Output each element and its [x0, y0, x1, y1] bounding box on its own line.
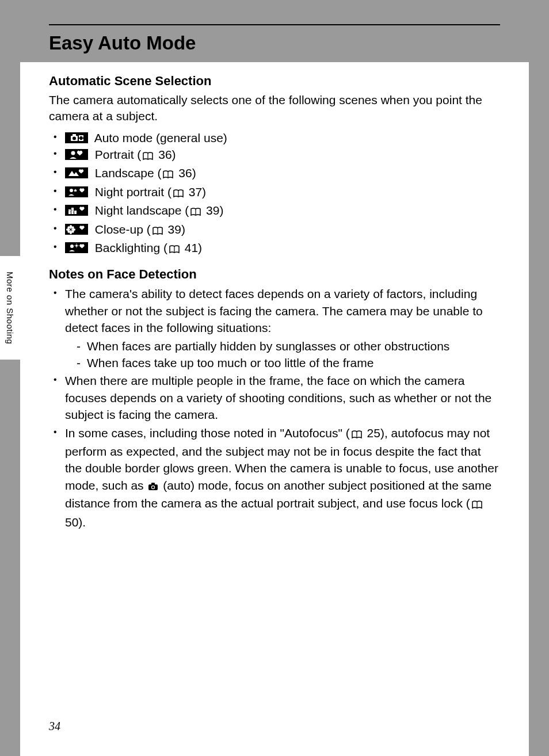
list-item: When there are multiple people in the fr…: [52, 372, 500, 423]
svg-rect-12: [71, 208, 74, 214]
svg-point-31: [70, 245, 74, 248]
page-ref: 41: [185, 241, 198, 254]
page-ref: 50: [65, 516, 78, 529]
svg-point-32: [75, 245, 78, 247]
scene-label-post: ): [181, 223, 185, 236]
scene-label-post: ): [172, 148, 176, 161]
scene-label: Auto mode (general use): [92, 131, 227, 144]
list-item: Portrait ( 36): [52, 146, 500, 165]
svg-rect-40: [151, 483, 155, 485]
page-ref: 39: [168, 223, 181, 236]
list-item: Close-up ( 39): [52, 221, 500, 239]
list-item: Night landscape ( 39): [52, 202, 500, 220]
section-tab-label: More on Shooting: [5, 272, 15, 344]
page-ref: 25: [367, 426, 380, 440]
svg-point-9: [70, 189, 73, 192]
list-item: In some cases, including those noted in …: [52, 425, 500, 530]
note-text: When faces take up too much or too littl…: [87, 356, 373, 369]
scene-label-post: ): [202, 185, 206, 198]
sub-list: When faces are partially hidden by sungl…: [65, 338, 500, 372]
svg-point-18: [73, 212, 73, 213]
scene-label: Backlighting (: [92, 241, 167, 254]
svg-point-42: [152, 486, 154, 488]
section-tab: More on Shooting: [0, 256, 20, 360]
page-body: Automatic Scene Selection The camera aut…: [20, 62, 529, 756]
list-item: Auto mode (general use): [52, 129, 500, 146]
page-ref-icon: [152, 223, 163, 239]
scene-label: Night portrait (: [92, 185, 171, 198]
night-portrait-icon: [65, 186, 88, 197]
note-text: The camera's ability to detect faces dep…: [65, 287, 483, 334]
svg-rect-1: [73, 134, 76, 136]
page-number: 34: [49, 720, 60, 733]
svg-point-17: [72, 211, 73, 211]
scene-label: Night landscape (: [92, 204, 189, 217]
list-item: When faces take up too much or too littl…: [77, 354, 500, 371]
page-ref-icon: [169, 241, 180, 258]
scene-label: Landscape (: [92, 166, 161, 180]
note-text: In some cases, including those noted in …: [65, 426, 350, 440]
page-ref-icon: [173, 185, 184, 202]
svg-rect-13: [74, 211, 77, 214]
scene-list: Auto mode (general use) Portrait ( 36) L…: [49, 129, 500, 258]
page-ref: 36: [178, 166, 192, 180]
svg-point-16: [72, 209, 73, 209]
svg-point-15: [70, 212, 70, 212]
chapter-header: Easy Auto Mode: [49, 24, 500, 60]
page-ref: 37: [189, 185, 202, 198]
svg-point-26: [71, 226, 74, 228]
page-ref: 39: [206, 204, 219, 217]
svg-point-28: [71, 230, 74, 232]
section-heading-notes: Notes on Face Detection: [49, 267, 500, 282]
list-item: Landscape ( 36): [52, 165, 500, 183]
night-landscape-icon: [65, 205, 88, 216]
page-ref-icon: [351, 426, 363, 443]
svg-point-25: [67, 226, 70, 228]
close-up-icon: [65, 224, 88, 235]
scene-label: Close-up (: [92, 223, 151, 236]
page-ref-icon: [142, 148, 154, 165]
list-item: The camera's ability to detect faces dep…: [52, 285, 500, 371]
camera-icon: [147, 478, 159, 495]
svg-point-29: [70, 228, 72, 230]
section-heading-scene: Automatic Scene Selection: [49, 74, 500, 89]
section-intro: The camera automatically selects one of …: [49, 92, 500, 125]
notes-list: The camera's ability to detect faces dep…: [49, 285, 500, 530]
scene-label-post: ): [219, 204, 223, 217]
svg-point-2: [73, 136, 76, 140]
list-item: When faces are partially hidden by sungl…: [77, 338, 500, 354]
scene-label-post: ): [198, 241, 202, 254]
note-text: When there are multiple people in the fr…: [65, 374, 491, 421]
list-item: Backlighting ( 41): [52, 239, 500, 258]
note-text: When faces are partially hidden by sungl…: [87, 339, 449, 353]
page-ref: 36: [158, 148, 171, 161]
page-ref-icon: [190, 204, 201, 220]
list-item: Night portrait ( 37): [52, 184, 500, 202]
scene-label: Portrait (: [92, 148, 141, 161]
note-text: ).: [78, 516, 86, 529]
svg-point-27: [67, 230, 70, 232]
header-gray-band: [20, 0, 529, 24]
landscape-icon: [65, 167, 88, 178]
backlighting-icon: [65, 242, 88, 253]
svg-point-14: [68, 211, 69, 211]
scene-label-post: ): [192, 166, 196, 180]
page-ref-icon: [471, 497, 483, 513]
svg-point-6: [71, 151, 75, 155]
svg-rect-5: [80, 136, 82, 140]
portrait-icon: [65, 149, 88, 160]
auto-mode-icon: [65, 132, 88, 143]
chapter-title: Easy Auto Mode: [49, 25, 500, 60]
page-ref-icon: [162, 166, 174, 183]
